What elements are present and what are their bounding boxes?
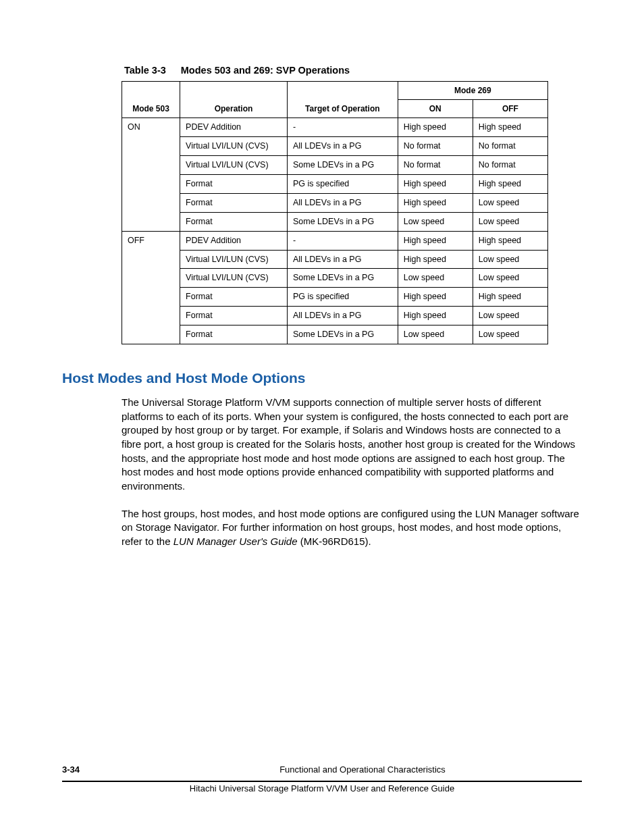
- table-caption: Table 3-3Modes 503 and 269: SVP Operatio…: [124, 65, 582, 76]
- th-operation: Operation: [180, 82, 288, 118]
- th-off: OFF: [473, 100, 547, 118]
- cell-op: Virtual LVI/LUN (CVS): [180, 269, 288, 288]
- cell-mode503: OFF: [122, 231, 180, 344]
- paragraph: The Universal Storage Platform V/VM supp…: [122, 396, 582, 494]
- cell-mode503: ON: [122, 118, 180, 231]
- cell-target: -: [287, 231, 398, 250]
- cell-op: PDEV Addition: [180, 231, 288, 250]
- cell-target: PG is specified: [287, 175, 398, 194]
- cell-target: -: [287, 118, 398, 137]
- cell-target: Some LDEVs in a PG: [287, 156, 398, 175]
- cell-on: No format: [398, 137, 473, 156]
- cell-on: High speed: [398, 118, 473, 137]
- cell-on: High speed: [398, 307, 473, 325]
- cell-off: Low speed: [473, 307, 547, 325]
- cell-off: No format: [473, 137, 547, 156]
- cell-target: Some LDEVs in a PG: [287, 212, 398, 231]
- table-row: Format All LDEVs in a PG High speed Low …: [122, 193, 548, 212]
- cell-off: High speed: [473, 288, 547, 307]
- cell-off: Low speed: [473, 250, 547, 269]
- cell-on: No format: [398, 156, 473, 175]
- svp-operations-table: Mode 503 Operation Target of Operation M…: [122, 81, 548, 344]
- cell-target: Some LDEVs in a PG: [287, 325, 398, 344]
- footer-chapter-title: Functional and Operational Characteristi…: [211, 764, 582, 775]
- cell-off: No format: [473, 156, 547, 175]
- cell-on: High speed: [398, 175, 473, 194]
- cell-op: Format: [180, 307, 288, 325]
- paragraph: The host groups, host modes, and host mo…: [122, 507, 582, 549]
- table-number: Table 3-3: [124, 65, 166, 76]
- citation-title: LUN Manager User's Guide: [173, 536, 298, 547]
- table-row: Format PG is specified High speed High s…: [122, 175, 548, 194]
- cell-target: PG is specified: [287, 288, 398, 307]
- th-target: Target of Operation: [287, 82, 398, 118]
- cell-off: High speed: [473, 231, 547, 250]
- cell-off: High speed: [473, 175, 547, 194]
- table-row: Format All LDEVs in a PG High speed Low …: [122, 307, 548, 325]
- cell-on: Low speed: [398, 325, 473, 344]
- table-row: Format PG is specified High speed High s…: [122, 288, 548, 307]
- cell-off: High speed: [473, 118, 547, 137]
- cell-op: Format: [180, 175, 288, 194]
- cell-on: High speed: [398, 250, 473, 269]
- text: (MK-96RD615).: [298, 536, 371, 547]
- footer-doc-title: Hitachi Universal Storage Platform V/VM …: [62, 782, 582, 793]
- cell-target: All LDEVs in a PG: [287, 250, 398, 269]
- th-mode503: Mode 503: [122, 82, 180, 118]
- table-header-row: Mode 503 Operation Target of Operation M…: [122, 82, 548, 100]
- cell-op: Format: [180, 212, 288, 231]
- cell-on: High speed: [398, 193, 473, 212]
- cell-op: PDEV Addition: [180, 118, 288, 137]
- table-row: ON PDEV Addition - High speed High speed: [122, 118, 548, 137]
- cell-target: All LDEVs in a PG: [287, 307, 398, 325]
- table-title: Modes 503 and 269: SVP Operations: [181, 65, 350, 76]
- page-footer: 3-34 Functional and Operational Characte…: [62, 764, 582, 793]
- cell-off: Low speed: [473, 212, 547, 231]
- th-mode269-group: Mode 269: [398, 82, 547, 100]
- cell-on: High speed: [398, 231, 473, 250]
- cell-on: High speed: [398, 288, 473, 307]
- table-row: Virtual LVI/LUN (CVS) All LDEVs in a PG …: [122, 250, 548, 269]
- cell-op: Format: [180, 288, 288, 307]
- th-on: ON: [398, 100, 473, 118]
- cell-target: All LDEVs in a PG: [287, 193, 398, 212]
- cell-off: Low speed: [473, 269, 547, 288]
- cell-op: Virtual LVI/LUN (CVS): [180, 250, 288, 269]
- cell-target: All LDEVs in a PG: [287, 137, 398, 156]
- table-row: Virtual LVI/LUN (CVS) Some LDEVs in a PG…: [122, 269, 548, 288]
- table-row: Format Some LDEVs in a PG Low speed Low …: [122, 212, 548, 231]
- cell-on: Low speed: [398, 269, 473, 288]
- cell-off: Low speed: [473, 325, 547, 344]
- table-row: Virtual LVI/LUN (CVS) Some LDEVs in a PG…: [122, 156, 548, 175]
- cell-op: Format: [180, 193, 288, 212]
- section-heading: Host Modes and Host Mode Options: [62, 370, 582, 386]
- table-row: Virtual LVI/LUN (CVS) All LDEVs in a PG …: [122, 137, 548, 156]
- cell-on: Low speed: [398, 212, 473, 231]
- page-number: 3-34: [62, 764, 211, 775]
- cell-op: Virtual LVI/LUN (CVS): [180, 137, 288, 156]
- table-row: OFF PDEV Addition - High speed High spee…: [122, 231, 548, 250]
- cell-op: Format: [180, 325, 288, 344]
- cell-target: Some LDEVs in a PG: [287, 269, 398, 288]
- cell-off: Low speed: [473, 193, 547, 212]
- cell-op: Virtual LVI/LUN (CVS): [180, 156, 288, 175]
- table-row: Format Some LDEVs in a PG Low speed Low …: [122, 325, 548, 344]
